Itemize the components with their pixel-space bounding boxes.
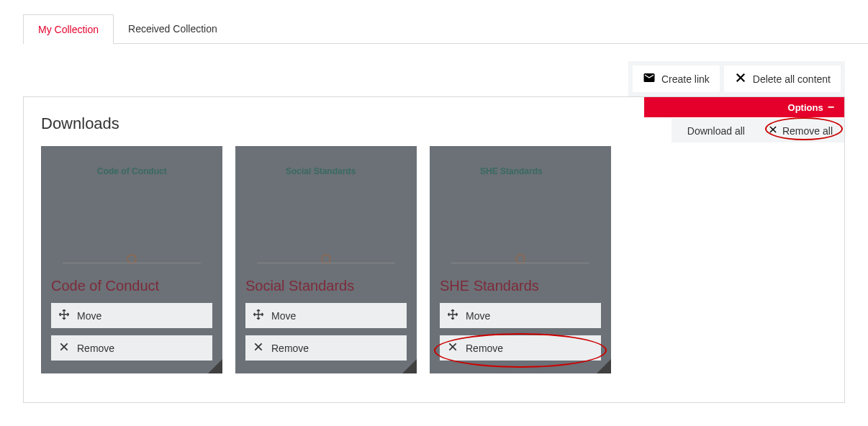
doc-thumb-label: SHE Standards (480, 166, 543, 176)
tab-received-collection[interactable]: Received Collection (114, 14, 232, 43)
close-icon (253, 341, 264, 355)
create-link-button[interactable]: Create link (633, 65, 720, 92)
download-all-label: Download all (687, 125, 745, 137)
downloads-panel: Options − Download all Remove all Downlo… (23, 96, 845, 403)
tabs: My Collection Received Collection (23, 14, 868, 44)
card-title: SHE Standards (440, 278, 539, 294)
mail-icon (643, 71, 656, 86)
delete-all-label: Delete all content (753, 73, 831, 85)
options-bar[interactable]: Options − (644, 97, 844, 117)
remove-button[interactable]: Remove (51, 335, 212, 361)
remove-button[interactable]: Remove (245, 335, 407, 361)
move-icon (58, 309, 70, 322)
download-all-button[interactable]: Download all (672, 119, 756, 142)
move-button[interactable]: Move (440, 303, 601, 328)
remove-button[interactable]: Remove (440, 335, 601, 361)
doc-thumb-label: Code of Conduct (97, 166, 167, 176)
options-submenu: Download all Remove all (672, 119, 844, 142)
move-label: Move (77, 310, 101, 322)
corner-icon (597, 359, 611, 373)
card-title: Code of Conduct (51, 278, 159, 294)
delete-all-button[interactable]: Delete all content (724, 65, 841, 92)
remove-label: Remove (271, 343, 309, 354)
divider-icon (451, 263, 589, 263)
create-link-label: Create link (661, 73, 710, 85)
corner-icon (208, 359, 222, 373)
cards-row: Code of Conduct Code of Conduct Move Rem… (41, 146, 827, 373)
card-actions: Move Remove (440, 303, 601, 361)
close-icon (768, 124, 778, 137)
close-icon (734, 71, 747, 86)
corner-icon (402, 359, 417, 373)
remove-all-button[interactable]: Remove all (756, 119, 844, 142)
card-actions: Move Remove (245, 303, 407, 361)
close-icon (58, 341, 70, 355)
move-icon (447, 309, 458, 322)
remove-label: Remove (466, 343, 503, 354)
move-icon (253, 309, 264, 322)
remove-all-label: Remove all (782, 125, 833, 137)
move-label: Move (271, 310, 296, 322)
minus-icon: − (828, 101, 834, 113)
move-button[interactable]: Move (245, 303, 407, 328)
card-title: Social Standards (245, 278, 354, 294)
divider-icon (257, 263, 395, 263)
toolbar: Create link Delete all content (628, 61, 845, 96)
close-icon (447, 341, 458, 355)
tab-my-collection[interactable]: My Collection (23, 14, 114, 44)
remove-label: Remove (77, 343, 114, 354)
divider-icon (63, 263, 201, 263)
card-actions: Move Remove (51, 303, 212, 361)
options-label: Options (788, 102, 823, 113)
move-label: Move (466, 310, 490, 322)
toolbar-outer: Create link Delete all content (23, 61, 845, 96)
card-code-of-conduct[interactable]: Code of Conduct Code of Conduct Move Rem… (41, 146, 222, 373)
card-social-standards[interactable]: Social Standards Social Standards Move R… (235, 146, 417, 373)
move-button[interactable]: Move (51, 303, 212, 328)
doc-thumb-label: Social Standards (286, 166, 356, 176)
card-she-standards[interactable]: SHE Standards SHE Standards Move Remove (430, 146, 611, 373)
